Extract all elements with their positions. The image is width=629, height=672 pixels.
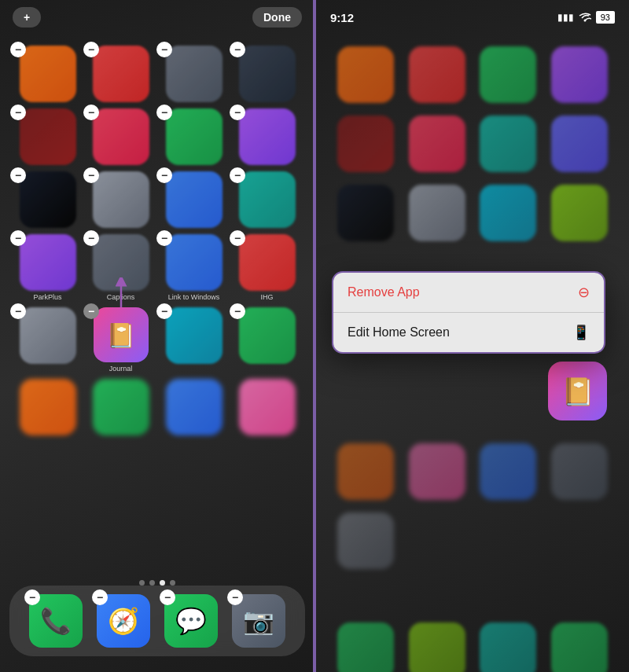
app-item[interactable]: − [87, 171, 154, 228]
minus-badge[interactable]: − [83, 105, 99, 120]
svg-point-2 [583, 20, 586, 22]
right-journal-app-icon: 📔 [548, 362, 607, 420]
app-item[interactable]: − [87, 46, 154, 102]
dock-item-camera[interactable]: − 📷 [232, 594, 285, 648]
minus-badge[interactable]: − [156, 42, 172, 57]
app-icon [93, 379, 149, 435]
app-icon [20, 108, 76, 165]
minus-badge[interactable]: − [83, 42, 99, 57]
edit-home-screen-menu-item[interactable]: Edit Home Screen 📱 [333, 313, 604, 352]
minus-badge[interactable]: − [10, 167, 26, 183]
status-icons: ▮▮▮ 93 [557, 11, 615, 24]
page-dot [149, 580, 155, 586]
blurred-app [409, 443, 465, 500]
blurred-app [409, 46, 465, 103]
app-item[interactable]: − [14, 307, 81, 373]
app-item-journal[interactable]: − 📔 Journal [87, 307, 154, 373]
blurred-app [551, 185, 608, 241]
minus-badge[interactable]: − [10, 303, 26, 319]
app-icon [166, 379, 223, 435]
app-item[interactable]: − [14, 108, 81, 165]
app-icon [166, 307, 223, 364]
app-item[interactable]: − [160, 46, 227, 102]
app-item[interactable]: − [234, 108, 300, 165]
minus-badge[interactable]: − [83, 167, 99, 183]
dock-item-safari[interactable]: − 🧭 [97, 594, 150, 648]
app-icon [239, 234, 296, 291]
app-icon [239, 171, 296, 228]
minus-badge[interactable]: − [230, 105, 245, 120]
wifi-icon [579, 13, 591, 22]
minus-badge[interactable]: − [230, 42, 245, 57]
blurred-app [337, 46, 394, 103]
minus-badge[interactable]: − [230, 167, 245, 183]
journal-app-icon[interactable]: 📔 [94, 307, 149, 362]
journal-app-label: Journal [109, 365, 133, 373]
minus-badge[interactable]: − [156, 230, 172, 246]
minus-badge[interactable]: − [24, 589, 40, 605]
plus-icon: + [24, 11, 30, 24]
app-item-parkplus[interactable]: − ParkPlus [14, 234, 81, 301]
app-item[interactable]: − [234, 171, 300, 228]
add-button[interactable]: + [13, 7, 41, 28]
minus-badge[interactable]: − [227, 589, 243, 605]
app-item[interactable]: − [14, 171, 81, 228]
arrow-icon [109, 277, 133, 309]
status-bar-right: 9:12 ▮▮▮ 93 [316, 0, 629, 35]
minus-badge[interactable]: − [83, 303, 99, 319]
app-item[interactable]: − [234, 307, 300, 373]
minus-badge[interactable]: − [10, 105, 26, 120]
dock-item-phone[interactable]: − 📞 [29, 594, 83, 648]
minus-badge[interactable]: − [10, 42, 26, 57]
app-item[interactable]: − [160, 307, 227, 373]
app-icon [93, 46, 149, 102]
app-icon [239, 379, 296, 435]
blurred-app [551, 46, 608, 103]
blurred-app [551, 116, 608, 172]
minus-badge[interactable]: − [156, 167, 172, 183]
right-panel: 9:12 ▮▮▮ 93 [314, 0, 629, 672]
app-item[interactable] [87, 379, 154, 435]
remove-icon: ⊖ [578, 284, 590, 301]
app-label: ParkPlus [33, 293, 61, 301]
minus-badge[interactable]: − [156, 303, 172, 319]
app-item[interactable] [14, 379, 81, 435]
app-icon [20, 379, 76, 435]
blurred-app [409, 622, 465, 672]
app-item[interactable]: − [87, 108, 154, 165]
app-item-link-to-windows[interactable]: − Link to Windows [160, 234, 227, 301]
app-item[interactable]: − [14, 46, 81, 102]
blurred-app [337, 116, 394, 172]
spacer [409, 512, 465, 569]
minus-badge[interactable]: − [156, 105, 172, 120]
minus-badge[interactable]: − [230, 303, 245, 319]
minus-badge[interactable]: − [230, 230, 245, 246]
app-label: IHG [260, 293, 273, 301]
app-item[interactable] [160, 379, 227, 435]
done-button[interactable]: Done [252, 7, 302, 28]
app-icon [93, 171, 149, 228]
minus-badge[interactable]: − [92, 589, 108, 605]
app-icon [239, 307, 296, 364]
signal-icon: ▮▮▮ [557, 12, 574, 23]
app-icon [20, 46, 76, 102]
app-item[interactable]: − [234, 46, 300, 102]
blurred-app [337, 185, 394, 241]
app-item-ihg[interactable]: − IHG [234, 234, 300, 301]
blurred-app [480, 622, 536, 672]
app-icon [166, 234, 223, 291]
minus-badge[interactable]: − [160, 589, 175, 605]
app-label: Link to Windows [168, 293, 220, 301]
minus-badge[interactable]: − [83, 230, 99, 246]
right-app-grid-lower [324, 440, 621, 672]
panel-divider [313, 0, 314, 672]
app-item[interactable]: − [160, 108, 227, 165]
app-icon [20, 307, 76, 364]
remove-app-menu-item[interactable]: Remove App ⊖ [333, 273, 604, 313]
right-journal-icon-wrap: 📔 [548, 362, 607, 420]
blurred-app [551, 443, 608, 500]
app-item[interactable] [234, 379, 300, 435]
app-item[interactable]: − [160, 171, 227, 228]
minus-badge[interactable]: − [10, 230, 26, 246]
dock-item-messages[interactable]: − 💬 [164, 594, 218, 648]
